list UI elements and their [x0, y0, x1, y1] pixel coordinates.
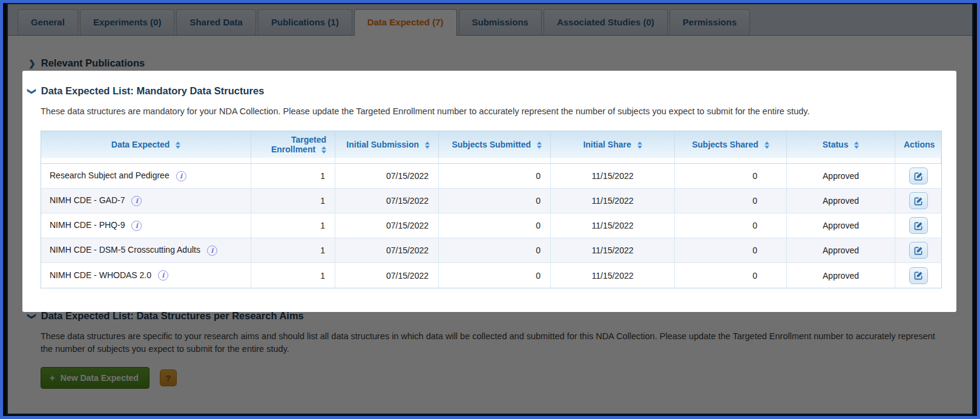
tab-associated-studies-0[interactable]: Associated Studies (0): [544, 9, 668, 35]
tab-general[interactable]: General: [18, 9, 78, 35]
edit-button[interactable]: [909, 167, 928, 184]
table-row: NIMH CDE - WHODAS 2.0 i 1 07/15/2022 0 1…: [41, 263, 941, 288]
column-header-initial-submission[interactable]: Initial Submission: [335, 131, 439, 158]
table-row: NIMH CDE - PHQ-9 i 1 07/15/2022 0 11/15/…: [41, 213, 941, 238]
sort-icon: [176, 141, 180, 149]
column-label: Status: [823, 140, 849, 149]
tab-label: Experiments (0): [93, 17, 162, 27]
table-row: NIMH CDE - DSM-5 Crosscutting Adults i 1…: [41, 238, 941, 263]
cell-targeted-enrollment: 1: [251, 189, 335, 213]
edit-icon: [914, 246, 923, 255]
cell-initial-share: 11/15/2022: [551, 213, 675, 238]
column-header-subjects-submitted[interactable]: Subjects Submitted: [439, 131, 551, 158]
collection-tabbar: General Experiments (0) Shared Data Publ…: [8, 4, 972, 36]
column-header-status[interactable]: Status: [787, 131, 895, 158]
tab-publications-1[interactable]: Publications (1): [258, 9, 352, 35]
edit-icon: [914, 271, 923, 280]
tab-experiments-0[interactable]: Experiments (0): [80, 9, 175, 35]
tab-submissions[interactable]: Submissions: [459, 9, 542, 35]
cell-initial-submission: 07/15/2022: [335, 263, 439, 288]
cell-data-expected: NIMH CDE - GAD-7 i: [41, 189, 251, 213]
section-title: Data Expected List: Data Structures per …: [41, 310, 304, 322]
column-header-initial-share[interactable]: Initial Share: [551, 131, 675, 158]
question-mark-icon: ?: [165, 373, 171, 383]
chevron-down-icon: ❯: [28, 313, 36, 320]
section-relevant-publications[interactable]: ❯ Relevant Publications: [28, 57, 952, 69]
help-button[interactable]: ?: [160, 369, 177, 386]
new-data-expected-button[interactable]: + New Data Expected: [41, 367, 150, 389]
cell-actions: [895, 263, 941, 288]
cell-targeted-enrollment: 1: [251, 164, 335, 189]
tab-data-expected-7[interactable]: Data Expected (7): [354, 9, 457, 36]
tab-shared-data[interactable]: Shared Data: [176, 9, 256, 35]
tab-permissions[interactable]: Permissions: [669, 9, 750, 35]
table-row: Research Subject and Pedigree i 1 07/15/…: [41, 164, 941, 189]
sort-icon: [765, 141, 769, 149]
data-structure-name: NIMH CDE - GAD-7: [50, 195, 125, 205]
edit-button[interactable]: [909, 217, 928, 234]
data-structure-name: NIMH CDE - WHODAS 2.0: [50, 270, 151, 280]
actions-row: + New Data Expected ?: [41, 367, 952, 389]
info-icon[interactable]: i: [158, 270, 168, 281]
tab-label: Publications (1): [271, 17, 339, 27]
edit-button[interactable]: [909, 192, 928, 209]
cell-subjects-shared: 0: [675, 189, 787, 213]
column-header-targeted-enrollment[interactable]: Targeted Enrollment: [251, 131, 335, 158]
cell-subjects-submitted: 0: [439, 213, 551, 238]
sort-icon: [854, 141, 859, 149]
cell-initial-share: 11/15/2022: [551, 263, 675, 288]
section-research-aims-header[interactable]: ❯ Data Expected List: Data Structures pe…: [28, 310, 952, 322]
column-header-subjects-shared[interactable]: Subjects Shared: [675, 131, 787, 158]
section-title: Relevant Publications: [41, 57, 145, 69]
cell-data-expected: NIMH CDE - DSM-5 Crosscutting Adults i: [41, 238, 251, 263]
status-badge: Approved: [823, 245, 859, 255]
edit-button[interactable]: [909, 267, 928, 284]
sort-icon: [425, 141, 430, 149]
info-icon[interactable]: i: [131, 221, 142, 231]
collection-page: General Experiments (0) Shared Data Publ…: [7, 3, 973, 415]
chevron-right-icon: ❯: [28, 59, 36, 68]
edit-icon: [914, 221, 923, 230]
cell-actions: [895, 189, 941, 213]
cell-initial-share: 11/15/2022: [551, 164, 675, 189]
column-label: Data Expected: [111, 140, 169, 149]
cell-initial-submission: 07/15/2022: [335, 164, 439, 189]
column-label: Actions: [904, 140, 935, 149]
cell-targeted-enrollment: 1: [251, 238, 335, 263]
edit-icon: [914, 197, 923, 206]
cell-initial-share: 11/15/2022: [551, 238, 675, 263]
cell-subjects-shared: 0: [675, 238, 787, 263]
header-spacer-row: [41, 158, 941, 164]
tab-label: General: [31, 17, 65, 27]
column-label: Subjects Shared: [692, 140, 758, 149]
sort-icon: [321, 146, 326, 154]
table-header-row: Data Expected Targeted Enrollment Initia…: [41, 131, 941, 158]
cell-status: Approved: [787, 164, 895, 189]
info-icon[interactable]: i: [207, 245, 217, 256]
cell-subjects-submitted: 0: [439, 263, 551, 288]
info-icon[interactable]: i: [131, 196, 142, 206]
tab-label: Data Expected (7): [367, 17, 444, 27]
status-badge: Approved: [823, 171, 859, 181]
data-structure-name: Research Subject and Pedigree: [50, 171, 169, 180]
cell-subjects-shared: 0: [675, 213, 787, 238]
sort-icon: [637, 141, 642, 149]
edit-button[interactable]: [909, 242, 928, 259]
cell-subjects-shared: 0: [675, 164, 787, 189]
data-structure-name: NIMH CDE - PHQ-9: [50, 220, 125, 230]
section-mandatory-header[interactable]: ❯ Data Expected List: Mandatory Data Str…: [28, 85, 952, 97]
chevron-down-icon: ❯: [28, 88, 36, 95]
cell-status: Approved: [787, 263, 895, 288]
column-header-data-expected[interactable]: Data Expected: [41, 131, 251, 158]
column-label: Initial Submission: [346, 140, 419, 149]
cell-initial-submission: 07/15/2022: [335, 213, 439, 238]
status-badge: Approved: [823, 221, 859, 230]
cell-status: Approved: [787, 238, 895, 263]
column-label: Subjects Submitted: [452, 140, 531, 149]
tab-label: Submissions: [472, 17, 528, 27]
section-title: Data Expected List: Mandatory Data Struc…: [41, 85, 265, 97]
cell-subjects-shared: 0: [675, 263, 787, 288]
cell-status: Approved: [787, 213, 895, 238]
info-icon[interactable]: i: [176, 171, 186, 181]
cell-data-expected: NIMH CDE - PHQ-9 i: [41, 213, 251, 238]
